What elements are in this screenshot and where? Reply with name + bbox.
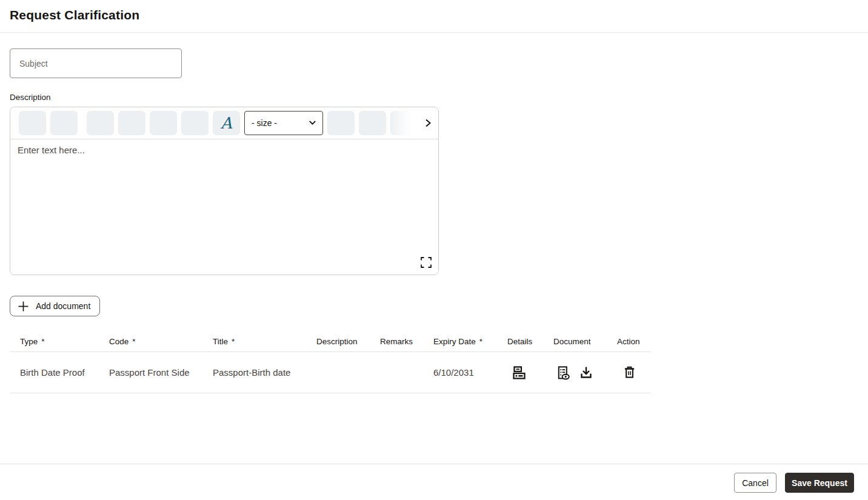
chevron-right-icon xyxy=(423,118,433,128)
font-size-select-wrap: - size - xyxy=(244,111,323,135)
toolbar-button-3[interactable] xyxy=(87,111,114,135)
download-icon xyxy=(579,365,593,380)
cell-action xyxy=(607,365,651,379)
rich-text-editor: A - size - xyxy=(10,107,439,275)
save-request-button[interactable]: Save Request xyxy=(785,473,854,493)
column-header-type: Type* xyxy=(10,337,99,346)
toolbar-overflow-button[interactable] xyxy=(420,113,436,133)
expand-editor-button[interactable] xyxy=(419,256,433,269)
footer-divider xyxy=(0,464,868,464)
documents-table: Type* Code* Title* Description Remarks E… xyxy=(10,331,651,393)
header-divider xyxy=(0,32,868,33)
view-document-icon xyxy=(556,365,570,380)
column-header-details: Details xyxy=(497,337,543,346)
toolbar-button-7[interactable] xyxy=(327,111,355,135)
toolbar-button-8[interactable] xyxy=(359,111,386,135)
column-header-code: Code* xyxy=(99,337,202,346)
column-header-expiry-date: Expiry Date* xyxy=(423,337,497,346)
cancel-button[interactable]: Cancel xyxy=(734,473,776,493)
column-header-title: Title* xyxy=(202,337,306,346)
font-size-select[interactable]: - size - xyxy=(244,111,323,135)
toolbar-button-4[interactable] xyxy=(118,111,145,135)
toolbar-button-1[interactable] xyxy=(19,111,46,135)
cell-title: Passport-Birth date xyxy=(202,367,306,378)
plus-icon xyxy=(18,301,29,312)
details-icon xyxy=(512,365,526,379)
table-header-row: Type* Code* Title* Description Remarks E… xyxy=(10,331,651,352)
toolbar-button-9[interactable] xyxy=(390,111,418,135)
description-label: Description xyxy=(10,93,51,102)
column-header-description: Description xyxy=(306,337,370,346)
add-document-label: Add document xyxy=(36,301,90,311)
delete-document-button[interactable] xyxy=(623,365,636,379)
toolbar-button-2[interactable] xyxy=(50,111,78,135)
column-header-remarks: Remarks xyxy=(370,337,423,346)
cell-expiry-date: 6/10/2031 xyxy=(423,367,497,378)
description-textarea[interactable] xyxy=(10,139,438,275)
view-details-button[interactable] xyxy=(512,365,526,379)
add-document-button[interactable]: Add document xyxy=(10,296,100,316)
view-document-button[interactable] xyxy=(556,365,570,380)
cell-type: Birth Date Proof xyxy=(10,367,99,378)
cell-document xyxy=(543,365,607,380)
cell-code: Passport Front Side xyxy=(99,367,202,378)
table-row: Birth Date Proof Passport Front Side Pas… xyxy=(10,352,651,393)
page-title: Request Clarification xyxy=(10,8,139,22)
column-header-document: Document xyxy=(543,337,607,346)
font-color-icon[interactable]: A xyxy=(213,111,240,135)
subject-input[interactable] xyxy=(10,48,182,78)
editor-toolbar: A - size - xyxy=(10,107,438,139)
toolbar-button-5[interactable] xyxy=(150,111,177,135)
column-header-action: Action xyxy=(607,337,651,346)
trash-icon xyxy=(623,365,636,379)
expand-icon xyxy=(421,257,432,268)
cell-details xyxy=(497,365,543,379)
download-document-button[interactable] xyxy=(579,365,593,380)
editor-body xyxy=(10,139,438,275)
toolbar-button-6[interactable] xyxy=(181,111,209,135)
